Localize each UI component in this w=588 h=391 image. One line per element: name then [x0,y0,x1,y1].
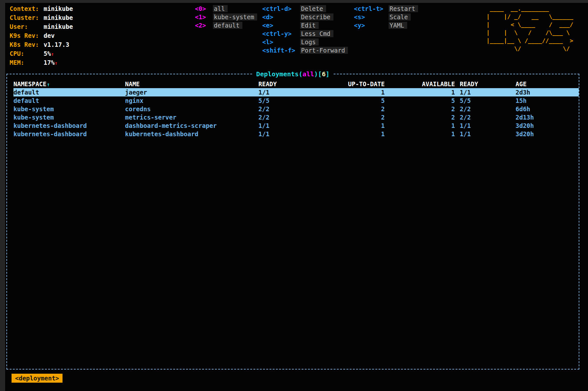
cluster-info-row: MEM:17%↑ [10,58,73,67]
panel-title-scope: all [303,70,314,78]
cell-namespace: kubernetes-dashboard [13,130,125,138]
cell-age: 2d3h [511,88,574,96]
cluster-info-label: K9s Rev: [10,31,44,40]
cluster-info-value: 17% [44,59,55,66]
cluster-info-row: Cluster:minikube [10,13,73,22]
hotkey-key: <ctrl-y> [262,29,300,38]
cell-up-to-date: 2 [323,113,385,121]
cell-ready2: 1/1 [455,130,511,138]
cell-ready2: 1/1 [455,88,511,96]
col-header-ready2[interactable]: READY [455,80,511,89]
cell-available: 2 [385,105,455,113]
cell-ready2: 2/2 [455,113,511,121]
cluster-info-row: K9s Rev:dev [10,31,73,40]
table-row[interactable]: default jaeger 1/1 1 1 1/1 2d3h [13,88,579,96]
cell-ready: 1/1 [258,88,323,96]
hotkey-key: <d> [262,13,300,21]
panel-title: Deployments(all)[6] [253,70,333,79]
hotkey-label: Scale [389,13,411,21]
hotkey-label: Less Cmd [300,30,333,37]
cell-available: 1 [385,88,455,96]
cell-up-to-date: 2 [323,105,385,113]
cluster-info-row: Context:minikube [10,4,73,13]
col-header-up-to-date[interactable]: UP-TO-DATE [323,80,385,89]
hotkey-label: all [213,5,228,12]
cell-namespace: kube-system [13,105,125,113]
trend-up-icon: ↑ [51,51,54,57]
cell-ready: 1/1 [258,121,323,130]
cluster-info-row: User:minikube [10,22,73,31]
table-row[interactable]: kubernetes-dashboard kubernetes-dashboar… [13,130,579,138]
table-row[interactable]: kube-system metrics-server 2/2 2 2 2/2 2… [13,113,579,121]
cell-ready2: 1/1 [455,121,511,130]
breadcrumb-deployment[interactable]: <deployment> [12,374,63,383]
cell-up-to-date: 1 [323,88,385,96]
cell-available: 2 [385,113,455,121]
action-hotkey-item[interactable]: <s>Scale [354,13,418,21]
action-hotkey-item[interactable]: <y>YAML [354,21,418,29]
cell-namespace: default [13,88,125,96]
cell-name: nginx [125,96,258,105]
namespace-hotkey-item[interactable]: <1>kube-system [195,13,257,21]
table-body: default jaeger 1/1 1 1 1/1 2d3h default … [7,88,579,138]
panel-title-paren: ) [314,70,318,78]
hotkey-key: <l> [262,38,300,46]
col-header-age[interactable]: AGE [511,80,574,89]
cell-age: 3d20h [511,121,574,130]
k9s-logo-ascii: ____ __.________ | |/ _/ __ \______ | < … [486,4,577,53]
panel-title-bracket: ] [326,70,330,78]
cell-age: 6d6h [511,105,574,113]
hotkey-label: Edit [300,22,319,29]
col-header-ready[interactable]: READY [258,80,323,89]
cell-available: 1 [385,121,455,130]
cell-namespace: kube-system [13,113,125,121]
cluster-info-value: minikube [44,5,73,12]
cell-name: metrics-server [125,113,258,121]
cell-up-to-date: 5 [323,96,385,105]
table-row[interactable]: kubernetes-dashboard dashboard-metrics-s… [13,121,579,130]
action-hotkey-item[interactable]: <d>Describe [262,13,348,21]
col-header-namespace[interactable]: NAMESPACE↑ [13,80,125,89]
cluster-info-row: K8s Rev:v1.17.3 [10,40,73,49]
hotkey-key: <shift-f> [262,46,300,54]
action-hotkey-item[interactable]: <shift-f>Port-Forward [262,46,348,54]
action-hotkey-item[interactable]: <ctrl-d>Delete [262,4,348,13]
cell-age: 2d13h [511,113,574,121]
cluster-info-label: User: [10,22,44,31]
deployments-panel: Deployments(all)[6] NAMESPACE↑ NAME READ… [6,74,579,370]
col-header-namespace-label: NAMESPACE [13,80,46,87]
col-header-name[interactable]: NAME [125,80,258,89]
cluster-info-value: 5% [44,50,51,57]
action-hotkeys-col2: <ctrl-t>Restart <s>Scale <y>YAML [354,4,418,29]
cell-name: coredns [125,105,258,113]
cluster-info-label: K8s Rev: [10,40,44,49]
cluster-info-value: v1.17.3 [44,41,69,48]
action-hotkey-item[interactable]: <l>Logs [262,38,348,46]
hotkey-label: default [213,22,242,29]
namespace-hotkey-item[interactable]: <2>default [195,21,257,29]
table-header: NAMESPACE↑ NAME READY UP-TO-DATE AVAILAB… [13,80,579,88]
action-hotkey-item[interactable]: <ctrl-y>Less Cmd [262,29,348,38]
panel-title-count: 6 [322,70,326,78]
action-hotkey-item[interactable]: <e>Edit [262,21,348,29]
table-row[interactable]: kube-system coredns 2/2 2 2 2/2 6d6h [13,105,579,113]
k9s-terminal: Context:minikube Cluster:minikube User:m… [5,3,588,391]
cell-name: dashboard-metrics-scraper [125,121,258,130]
action-hotkey-item[interactable]: <ctrl-t>Restart [354,4,418,13]
cell-age: 3d20h [511,130,574,138]
cluster-info-label: Context: [10,4,44,13]
col-header-available[interactable]: AVAILABLE [385,80,455,89]
cell-ready2: 5/5 [455,96,511,105]
table-row[interactable]: default nginx 5/5 5 5 5/5 15h [13,96,579,105]
hotkey-label: Restart [389,5,418,12]
hotkey-label: Describe [300,13,333,21]
namespace-hotkey-item[interactable]: <0>all [195,4,257,13]
hotkey-label: kube-system [213,13,257,21]
hotkey-key: <y> [354,21,389,29]
panel-title-bracket: [ [318,70,322,78]
cluster-info-label: CPU: [10,49,44,58]
cluster-info-value: minikube [44,23,73,30]
panel-title-paren: ( [299,70,303,78]
cell-name: jaeger [125,88,258,96]
cell-age: 15h [511,96,574,105]
